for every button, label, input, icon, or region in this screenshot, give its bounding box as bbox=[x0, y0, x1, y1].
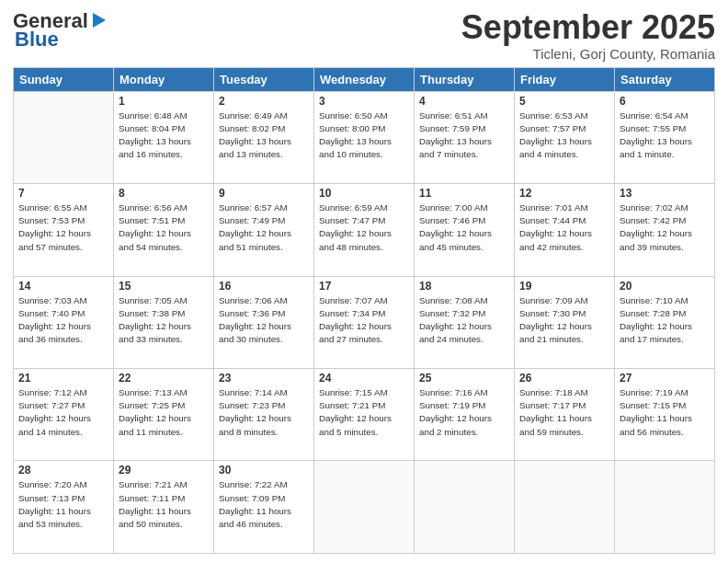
day-info: Sunrise: 7:03 AM Sunset: 7:40 PM Dayligh… bbox=[18, 294, 108, 347]
logo-blue: Blue bbox=[15, 28, 59, 52]
day-number: 22 bbox=[119, 372, 209, 385]
day-info: Sunrise: 6:49 AM Sunset: 8:02 PM Dayligh… bbox=[219, 109, 309, 162]
header-thursday: Thursday bbox=[415, 67, 515, 91]
calendar-week-row: 28Sunrise: 7:20 AM Sunset: 7:13 PM Dayli… bbox=[14, 461, 715, 554]
day-info: Sunrise: 6:48 AM Sunset: 8:04 PM Dayligh… bbox=[119, 109, 209, 162]
day-number: 18 bbox=[419, 280, 509, 293]
table-row: 26Sunrise: 7:18 AM Sunset: 7:17 PM Dayli… bbox=[515, 369, 615, 461]
day-number: 11 bbox=[419, 187, 509, 200]
day-info: Sunrise: 7:12 AM Sunset: 7:27 PM Dayligh… bbox=[18, 386, 108, 439]
title-block: September 2025 Ticleni, Gorj County, Rom… bbox=[461, 9, 715, 62]
table-row: 4Sunrise: 6:51 AM Sunset: 7:59 PM Daylig… bbox=[415, 91, 515, 183]
table-row: 29Sunrise: 7:21 AM Sunset: 7:11 PM Dayli… bbox=[114, 461, 214, 554]
calendar-table: Sunday Monday Tuesday Wednesday Thursday… bbox=[13, 67, 715, 554]
table-row: 2Sunrise: 6:49 AM Sunset: 8:02 PM Daylig… bbox=[214, 91, 314, 183]
table-row: 27Sunrise: 7:19 AM Sunset: 7:15 PM Dayli… bbox=[615, 369, 715, 461]
table-row: 9Sunrise: 6:57 AM Sunset: 7:49 PM Daylig… bbox=[214, 184, 314, 276]
month-title: September 2025 bbox=[461, 9, 715, 46]
logo-arrow-icon bbox=[89, 10, 109, 30]
table-row: 8Sunrise: 6:56 AM Sunset: 7:51 PM Daylig… bbox=[114, 184, 214, 276]
day-info: Sunrise: 7:21 AM Sunset: 7:11 PM Dayligh… bbox=[119, 478, 209, 531]
day-number: 27 bbox=[620, 372, 710, 385]
day-number: 3 bbox=[319, 95, 409, 108]
day-number: 23 bbox=[219, 372, 309, 385]
day-info: Sunrise: 6:55 AM Sunset: 7:53 PM Dayligh… bbox=[18, 201, 108, 254]
table-row bbox=[14, 91, 114, 183]
day-number: 10 bbox=[319, 187, 409, 200]
day-number: 28 bbox=[18, 464, 108, 477]
day-info: Sunrise: 6:57 AM Sunset: 7:49 PM Dayligh… bbox=[219, 201, 309, 254]
table-row: 23Sunrise: 7:14 AM Sunset: 7:23 PM Dayli… bbox=[214, 369, 314, 461]
svg-marker-0 bbox=[93, 13, 106, 28]
location: Ticleni, Gorj County, Romania bbox=[461, 46, 715, 62]
table-row bbox=[615, 461, 715, 554]
day-number: 8 bbox=[119, 187, 209, 200]
day-info: Sunrise: 7:19 AM Sunset: 7:15 PM Dayligh… bbox=[620, 386, 710, 439]
table-row: 10Sunrise: 6:59 AM Sunset: 7:47 PM Dayli… bbox=[314, 184, 415, 276]
table-row: 14Sunrise: 7:03 AM Sunset: 7:40 PM Dayli… bbox=[14, 276, 114, 368]
header-wednesday: Wednesday bbox=[314, 67, 415, 91]
table-row: 13Sunrise: 7:02 AM Sunset: 7:42 PM Dayli… bbox=[615, 184, 715, 276]
table-row: 21Sunrise: 7:12 AM Sunset: 7:27 PM Dayli… bbox=[14, 369, 114, 461]
table-row: 11Sunrise: 7:00 AM Sunset: 7:46 PM Dayli… bbox=[415, 184, 515, 276]
table-row: 12Sunrise: 7:01 AM Sunset: 7:44 PM Dayli… bbox=[515, 184, 615, 276]
table-row: 20Sunrise: 7:10 AM Sunset: 7:28 PM Dayli… bbox=[615, 276, 715, 368]
day-info: Sunrise: 7:18 AM Sunset: 7:17 PM Dayligh… bbox=[519, 386, 609, 439]
day-number: 25 bbox=[419, 372, 509, 385]
calendar-week-row: 14Sunrise: 7:03 AM Sunset: 7:40 PM Dayli… bbox=[14, 276, 715, 368]
day-number: 2 bbox=[219, 95, 309, 108]
table-row: 17Sunrise: 7:07 AM Sunset: 7:34 PM Dayli… bbox=[314, 276, 415, 368]
day-number: 21 bbox=[18, 372, 108, 385]
day-number: 14 bbox=[18, 280, 108, 293]
day-number: 30 bbox=[219, 464, 309, 477]
day-info: Sunrise: 7:20 AM Sunset: 7:13 PM Dayligh… bbox=[18, 478, 108, 531]
day-number: 29 bbox=[119, 464, 209, 477]
day-info: Sunrise: 7:15 AM Sunset: 7:21 PM Dayligh… bbox=[319, 386, 409, 439]
day-info: Sunrise: 7:09 AM Sunset: 7:30 PM Dayligh… bbox=[519, 294, 609, 347]
table-row: 7Sunrise: 6:55 AM Sunset: 7:53 PM Daylig… bbox=[14, 184, 114, 276]
day-info: Sunrise: 7:01 AM Sunset: 7:44 PM Dayligh… bbox=[519, 201, 609, 254]
day-info: Sunrise: 7:14 AM Sunset: 7:23 PM Dayligh… bbox=[219, 386, 309, 439]
table-row: 1Sunrise: 6:48 AM Sunset: 8:04 PM Daylig… bbox=[114, 91, 214, 183]
calendar-week-row: 7Sunrise: 6:55 AM Sunset: 7:53 PM Daylig… bbox=[14, 184, 715, 276]
day-number: 12 bbox=[519, 187, 609, 200]
day-info: Sunrise: 7:00 AM Sunset: 7:46 PM Dayligh… bbox=[419, 201, 509, 254]
calendar-week-row: 1Sunrise: 6:48 AM Sunset: 8:04 PM Daylig… bbox=[14, 91, 715, 183]
day-info: Sunrise: 7:10 AM Sunset: 7:28 PM Dayligh… bbox=[620, 294, 710, 347]
table-row: 16Sunrise: 7:06 AM Sunset: 7:36 PM Dayli… bbox=[214, 276, 314, 368]
day-number: 1 bbox=[119, 95, 209, 108]
day-info: Sunrise: 7:08 AM Sunset: 7:32 PM Dayligh… bbox=[419, 294, 509, 347]
day-number: 17 bbox=[319, 280, 409, 293]
day-info: Sunrise: 7:06 AM Sunset: 7:36 PM Dayligh… bbox=[219, 294, 309, 347]
day-info: Sunrise: 6:50 AM Sunset: 8:00 PM Dayligh… bbox=[319, 109, 409, 162]
day-info: Sunrise: 6:59 AM Sunset: 7:47 PM Dayligh… bbox=[319, 201, 409, 254]
day-info: Sunrise: 7:13 AM Sunset: 7:25 PM Dayligh… bbox=[119, 386, 209, 439]
table-row: 25Sunrise: 7:16 AM Sunset: 7:19 PM Dayli… bbox=[415, 369, 515, 461]
day-number: 4 bbox=[419, 95, 509, 108]
table-row: 22Sunrise: 7:13 AM Sunset: 7:25 PM Dayli… bbox=[114, 369, 214, 461]
calendar-week-row: 21Sunrise: 7:12 AM Sunset: 7:27 PM Dayli… bbox=[14, 369, 715, 461]
table-row: 18Sunrise: 7:08 AM Sunset: 7:32 PM Dayli… bbox=[415, 276, 515, 368]
table-row: 6Sunrise: 6:54 AM Sunset: 7:55 PM Daylig… bbox=[615, 91, 715, 183]
table-row: 19Sunrise: 7:09 AM Sunset: 7:30 PM Dayli… bbox=[515, 276, 615, 368]
table-row bbox=[515, 461, 615, 554]
day-info: Sunrise: 7:22 AM Sunset: 7:09 PM Dayligh… bbox=[219, 478, 309, 531]
table-row: 5Sunrise: 6:53 AM Sunset: 7:57 PM Daylig… bbox=[515, 91, 615, 183]
day-info: Sunrise: 6:51 AM Sunset: 7:59 PM Dayligh… bbox=[419, 109, 509, 162]
header-monday: Monday bbox=[114, 67, 214, 91]
day-number: 6 bbox=[620, 95, 710, 108]
day-number: 16 bbox=[219, 280, 309, 293]
day-number: 26 bbox=[519, 372, 609, 385]
day-number: 9 bbox=[219, 187, 309, 200]
day-info: Sunrise: 7:16 AM Sunset: 7:19 PM Dayligh… bbox=[419, 386, 509, 439]
day-number: 24 bbox=[319, 372, 409, 385]
header-saturday: Saturday bbox=[615, 67, 715, 91]
header-friday: Friday bbox=[515, 67, 615, 91]
header-tuesday: Tuesday bbox=[214, 67, 314, 91]
table-row: 24Sunrise: 7:15 AM Sunset: 7:21 PM Dayli… bbox=[314, 369, 415, 461]
table-row: 30Sunrise: 7:22 AM Sunset: 7:09 PM Dayli… bbox=[214, 461, 314, 554]
table-row bbox=[415, 461, 515, 554]
table-row bbox=[314, 461, 415, 554]
table-row: 15Sunrise: 7:05 AM Sunset: 7:38 PM Dayli… bbox=[114, 276, 214, 368]
logo: General Blue bbox=[13, 9, 109, 52]
